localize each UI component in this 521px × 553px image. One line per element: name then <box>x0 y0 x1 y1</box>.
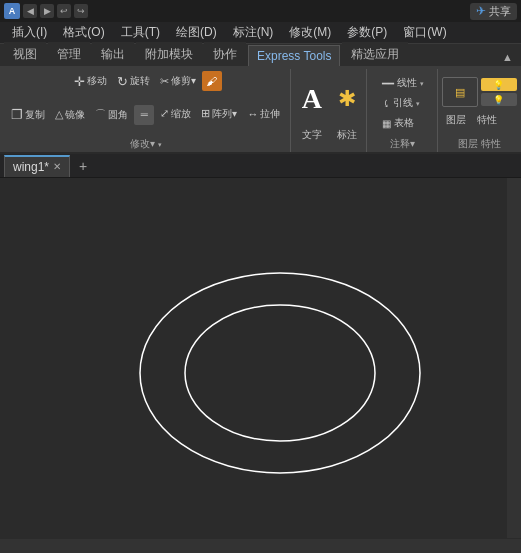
title-bar: A ◀ ▶ ↩ ↪ ✈ 共享 <box>0 0 521 22</box>
scrollbar-vertical[interactable] <box>507 178 521 538</box>
app-window: A ◀ ▶ ↩ ↪ ✈ 共享 插入(I) 格式(O) 工具(T) 绘图(D) 标… <box>0 0 521 553</box>
trim-label: 修剪▾ <box>171 74 196 88</box>
scale-btn[interactable]: ⤢ 缩放 <box>156 105 195 123</box>
linetype-buttons: ━━ 线性 ▾ ⤹ 引线 ▾ ▦ 表格 <box>378 71 428 135</box>
forward-btn[interactable]: ▶ <box>40 4 54 18</box>
menu-window[interactable]: 窗口(W) <box>395 22 454 43</box>
svg-rect-0 <box>0 188 521 543</box>
move-btn[interactable]: ✛ 移动 <box>70 72 111 91</box>
doc-tab-wing1[interactable]: wing1* ✕ <box>4 155 70 177</box>
array-btn[interactable]: ⊞ 阵列▾ <box>197 105 241 123</box>
share-icon: ✈ <box>476 4 486 18</box>
table-icon: ▦ <box>382 118 391 129</box>
menu-format[interactable]: 格式(O) <box>55 22 112 43</box>
layer-buttons: ▤ 💡 💡 图层 特 <box>442 71 517 135</box>
app-icon: A <box>4 3 20 19</box>
tab-collab[interactable]: 协作 <box>204 42 246 66</box>
layer-mgr-btn[interactable]: 图层 <box>442 111 470 129</box>
copy-btn[interactable]: ❐ 复制 <box>7 105 49 124</box>
fillet-icon: ⌒ <box>95 107 106 122</box>
drawing-canvas <box>0 178 521 553</box>
move-icon: ✛ <box>74 74 85 89</box>
doc-tab-add-btn[interactable]: + <box>71 156 95 176</box>
ribbon-group-layer: ▤ 💡 💡 图层 特 <box>439 69 519 152</box>
tab-manage[interactable]: 管理 <box>48 42 90 66</box>
trim-icon: ✂ <box>160 75 169 88</box>
annotation-group-label: 注释▾ <box>390 135 415 152</box>
rotate-icon: ↻ <box>117 74 128 89</box>
linetype-btn[interactable]: ━━ 线性 ▾ <box>378 74 428 92</box>
stretch2-icon: ↔ <box>247 108 258 120</box>
trim-btn[interactable]: ✂ 修剪▾ <box>156 72 200 90</box>
linetype-label: 线性 <box>397 76 417 90</box>
annotation-big-icon: ✱ <box>338 88 356 110</box>
modify-buttons: ✛ 移动 ↻ 旋转 ✂ 修剪▾ 🖌 ❐ 复 <box>6 71 286 135</box>
ribbon-content: ✛ 移动 ↻ 旋转 ✂ 修剪▾ 🖌 ❐ 复 <box>0 66 521 154</box>
tab-featured[interactable]: 精选应用 <box>342 42 408 66</box>
tab-express-tools[interactable]: Express Tools <box>248 45 340 66</box>
ribbon-group-modify: ✛ 移动 ↻ 旋转 ✂ 修剪▾ 🖌 ❐ 复 <box>2 69 291 152</box>
properties-label: 特性 <box>477 113 497 127</box>
table-btn[interactable]: ▦ 表格 <box>378 114 418 132</box>
modify-drop-arrow: ▾ <box>158 141 162 148</box>
layer-icon: ▤ <box>455 86 465 99</box>
fillet-label: 圆角 <box>108 108 128 122</box>
leader-btn[interactable]: ⤹ 引线 ▾ <box>378 94 424 112</box>
tab-output[interactable]: 输出 <box>92 42 134 66</box>
text-big-btn[interactable]: A <box>296 71 328 126</box>
text-big-icon: A <box>302 85 322 113</box>
array-label: 阵列▾ <box>212 107 237 121</box>
stretch-btn[interactable]: ↔ 拉伸 <box>243 105 284 123</box>
doc-tab-close-btn[interactable]: ✕ <box>53 161 61 172</box>
properties-btn[interactable]: 特性 <box>473 111 501 129</box>
tab-addons[interactable]: 附加模块 <box>136 42 202 66</box>
ribbon-group-text: A 文字 ✱ 标注 <box>292 69 367 152</box>
back-btn[interactable]: ◀ <box>23 4 37 18</box>
scrollbar-horizontal[interactable] <box>0 539 507 553</box>
menu-modify[interactable]: 修改(M) <box>281 22 339 43</box>
tab-view[interactable]: 视图 <box>4 42 46 66</box>
linetype-icon: ━━ <box>382 78 394 89</box>
light-bulb-on[interactable]: 💡 <box>481 78 517 91</box>
annotation-big-btn[interactable]: ✱ <box>332 71 362 126</box>
ribbon-group-linetype: ━━ 线性 ▾ ⤹ 引线 ▾ ▦ 表格 注释▾ <box>368 69 438 152</box>
ribbon-collapse-btn[interactable]: ▲ <box>498 48 517 66</box>
scale-label: 缩放 <box>171 107 191 121</box>
ribbon-tabs: 视图 管理 输出 附加模块 协作 Express Tools 精选应用 ▲ <box>0 44 521 66</box>
paint-icon[interactable]: 🖌 <box>202 71 222 91</box>
modify-group-label: 修改▾ ▾ <box>130 135 162 152</box>
move-label: 移动 <box>87 74 107 88</box>
stretch-label: 拉伸 <box>260 107 280 121</box>
doc-tab-label: wing1* <box>13 160 49 174</box>
menu-draw[interactable]: 绘图(D) <box>168 22 225 43</box>
scale-icon: ⤢ <box>160 107 169 120</box>
mirror-icon: △ <box>55 108 63 121</box>
fillet-btn[interactable]: ⌒ 圆角 <box>91 105 132 124</box>
share-button[interactable]: ✈ 共享 <box>470 3 517 20</box>
layer-group-label: 图层 特性 <box>458 135 501 152</box>
scrollbar-corner <box>507 539 521 553</box>
menu-annotation[interactable]: 标注(N) <box>225 22 282 43</box>
table-label: 表格 <box>394 116 414 130</box>
layer-group-text: 图层 <box>458 137 478 151</box>
copy-label: 复制 <box>25 108 45 122</box>
stretch-icon[interactable]: ═ <box>134 105 154 125</box>
text-label: 文字 <box>302 128 322 142</box>
rotate-btn[interactable]: ↻ 旋转 <box>113 72 154 91</box>
copy-icon: ❐ <box>11 107 23 122</box>
doc-tabs: wing1* ✕ + <box>0 154 521 178</box>
annotation-group-text: 注释▾ <box>390 137 415 151</box>
redo-btn[interactable]: ↪ <box>74 4 88 18</box>
mirror-btn[interactable]: △ 镜像 <box>51 106 89 124</box>
undo-btn[interactable]: ↩ <box>57 4 71 18</box>
layer-panel-btn[interactable]: ▤ <box>442 77 478 107</box>
leader-label: 引线 <box>393 96 413 110</box>
menu-tools[interactable]: 工具(T) <box>113 22 168 43</box>
light-bulb-off[interactable]: 💡 <box>481 93 517 106</box>
mirror-label: 镜像 <box>65 108 85 122</box>
menu-params[interactable]: 参数(P) <box>339 22 395 43</box>
menu-insert[interactable]: 插入(I) <box>4 22 55 43</box>
canvas-area <box>0 178 521 553</box>
menu-bar: 插入(I) 格式(O) 工具(T) 绘图(D) 标注(N) 修改(M) 参数(P… <box>0 22 521 44</box>
leader-icon: ⤹ <box>382 98 390 109</box>
